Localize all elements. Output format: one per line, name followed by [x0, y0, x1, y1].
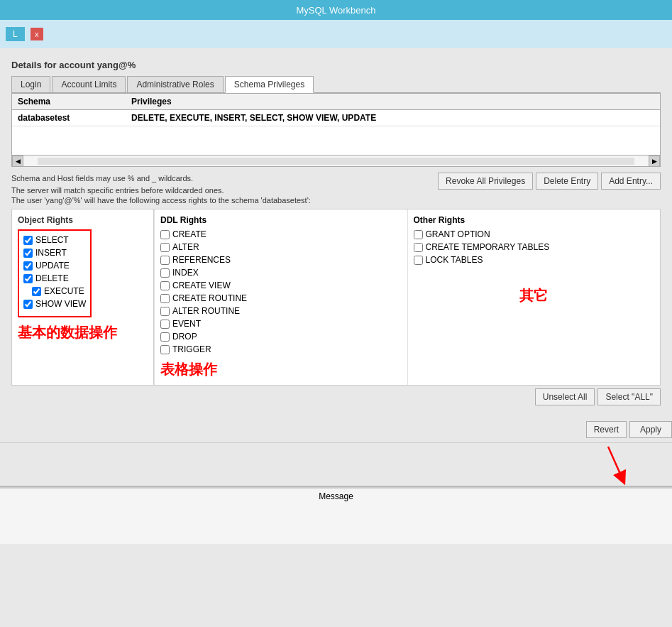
checkbox-delete: DELETE	[23, 273, 86, 283]
checkbox-drop: DROP	[160, 332, 402, 342]
delete-entry-button[interactable]: Delete Entry	[536, 173, 598, 190]
checkbox-alter: ALTER	[160, 242, 402, 252]
horizontal-scrollbar[interactable]: ◀ ▶	[12, 155, 660, 166]
checkbox-trigger: TRIGGER	[160, 344, 402, 354]
col-header-schema: Schema	[18, 97, 131, 107]
apply-button[interactable]: Apply	[629, 421, 672, 438]
checkbox-insert-input[interactable]	[23, 249, 33, 258]
table-row[interactable]: databasetest DELETE, EXECUTE, INSERT, SE…	[12, 110, 660, 126]
tab-login[interactable]: Login	[11, 76, 50, 92]
checkbox-drop-input[interactable]	[160, 332, 170, 342]
other-rights-annotation: 其它	[414, 286, 655, 305]
message-section: Message	[0, 487, 672, 544]
tab-schema-privileges[interactable]: Schema Privileges	[225, 76, 314, 93]
checkbox-create-view: CREATE VIEW	[160, 280, 402, 290]
unselect-all-button[interactable]: Unselect All	[535, 388, 595, 405]
checkbox-create-temp-tables-input[interactable]	[414, 243, 423, 252]
object-rights-column: Object Rights SELECT INSERT UPDATE DELET…	[12, 209, 154, 385]
object-rights-box: SELECT INSERT UPDATE DELETE EXECUTE	[18, 229, 92, 317]
checkbox-update: UPDATE	[23, 261, 86, 271]
checkbox-references-label: REFERENCES	[172, 255, 231, 265]
checkbox-event-label: EVENT	[172, 319, 201, 329]
checkbox-alter-label: ALTER	[172, 242, 199, 252]
checkbox-show-view-label: SHOW VIEW	[35, 299, 86, 309]
info-section: Schema and Host fields may use % and _ w…	[11, 173, 661, 196]
checkbox-select-input[interactable]	[23, 236, 33, 245]
arrow-area	[0, 443, 672, 486]
apply-arrow-icon	[580, 443, 637, 486]
checkbox-references: REFERENCES	[160, 255, 402, 265]
table-empty-space	[12, 126, 660, 155]
checkbox-alter-routine-input[interactable]	[160, 307, 170, 316]
checkbox-insert-label: INSERT	[35, 248, 67, 258]
col-header-privileges: Privileges	[131, 97, 654, 107]
bottom-right-buttons: Unselect All Select "ALL"	[535, 388, 661, 405]
checkbox-delete-input[interactable]	[23, 274, 33, 283]
checkbox-create-routine-label: CREATE ROUTINE	[172, 293, 247, 303]
checkbox-update-label: UPDATE	[35, 261, 70, 271]
checkbox-create-view-input[interactable]	[160, 281, 170, 290]
object-rights-title: Object Rights	[18, 215, 148, 225]
app-title: MySQL Workbench	[297, 5, 376, 16]
schema-panel: Schema Privileges databasetest DELETE, E…	[11, 93, 661, 167]
checkbox-create-label: CREATE	[172, 229, 206, 239]
open-tab[interactable]: L	[6, 27, 25, 41]
object-rights-annotation: 基本的数据操作	[18, 323, 148, 342]
scroll-left-button[interactable]: ◀	[12, 156, 23, 167]
checkbox-create-temp-tables-label: CREATE TEMPORARY TABLES	[426, 242, 550, 252]
checkbox-index: INDEX	[160, 268, 402, 278]
checkbox-event-input[interactable]	[160, 320, 170, 329]
scroll-right-button[interactable]: ▶	[649, 156, 660, 167]
tabs-bar: Login Account Limits Administrative Role…	[11, 76, 661, 93]
checkbox-grant-option-label: GRANT OPTION	[426, 229, 490, 239]
checkbox-grant-option-input[interactable]	[414, 230, 423, 239]
tab-admin-roles[interactable]: Administrative Roles	[127, 76, 223, 92]
checkbox-show-view: SHOW VIEW	[23, 299, 86, 309]
secondary-bar: L x	[0, 20, 672, 48]
checkbox-update-input[interactable]	[23, 261, 33, 271]
checkbox-references-input[interactable]	[160, 256, 170, 265]
privilege-action-buttons: Revoke All Privileges Delete Entry Add E…	[438, 173, 661, 190]
message-label: Message	[319, 491, 353, 501]
checkbox-lock-tables: LOCK TABLES	[414, 255, 655, 265]
checkbox-alter-input[interactable]	[160, 243, 170, 252]
checkbox-create-routine: CREATE ROUTINE	[160, 293, 402, 303]
checkbox-index-input[interactable]	[160, 268, 170, 278]
ddl-rights-annotation: 表格操作	[160, 360, 402, 379]
main-content: Details for account yang@% Login Account…	[0, 48, 672, 417]
svg-line-0	[608, 447, 622, 479]
rights-container: Object Rights SELECT INSERT UPDATE DELET…	[11, 209, 661, 386]
select-all-button[interactable]: Select "ALL"	[597, 388, 661, 405]
title-bar: MySQL Workbench	[0, 0, 672, 20]
checkbox-create-view-label: CREATE VIEW	[172, 280, 231, 290]
add-entry-button[interactable]: Add Entry...	[601, 173, 661, 190]
checkbox-trigger-input[interactable]	[160, 345, 170, 354]
checkbox-lock-tables-label: LOCK TABLES	[426, 255, 483, 265]
checkbox-insert: INSERT	[23, 248, 86, 258]
access-info: The user 'yang'@'%' will have the follow…	[11, 196, 661, 205]
checkbox-grant-option: GRANT OPTION	[414, 229, 655, 239]
checkbox-execute: EXECUTE	[23, 286, 86, 296]
checkbox-create-temp-tables: CREATE TEMPORARY TABLES	[414, 242, 655, 252]
revoke-all-button[interactable]: Revoke All Privileges	[438, 173, 533, 190]
close-tab-button[interactable]: x	[31, 28, 43, 40]
scrollbar-track[interactable]	[38, 158, 634, 165]
account-title: Details for account yang@%	[11, 60, 661, 70]
checkbox-execute-input[interactable]	[32, 287, 41, 296]
checkbox-select-label: SELECT	[35, 235, 69, 245]
info-line-2: The server will match specific entries b…	[11, 185, 224, 197]
checkbox-event: EVENT	[160, 319, 402, 329]
revert-button[interactable]: Revert	[586, 421, 627, 438]
checkbox-alter-routine-label: ALTER ROUTINE	[172, 306, 240, 316]
checkbox-create-input[interactable]	[160, 230, 170, 239]
schema-cell: databasetest	[18, 113, 131, 123]
checkbox-lock-tables-input[interactable]	[414, 256, 423, 265]
checkbox-delete-label: DELETE	[35, 273, 69, 283]
other-rights-column: Other Rights GRANT OPTION CREATE TEMPORA…	[408, 209, 661, 385]
info-text: Schema and Host fields may use % and _ w…	[11, 173, 224, 196]
checkbox-show-view-input[interactable]	[23, 300, 33, 309]
ddl-rights-column: DDL Rights CREATE ALTER REFERENCES INDEX…	[154, 209, 408, 385]
tab-account-limits[interactable]: Account Limits	[52, 76, 126, 92]
checkbox-create: CREATE	[160, 229, 402, 239]
checkbox-create-routine-input[interactable]	[160, 294, 170, 303]
